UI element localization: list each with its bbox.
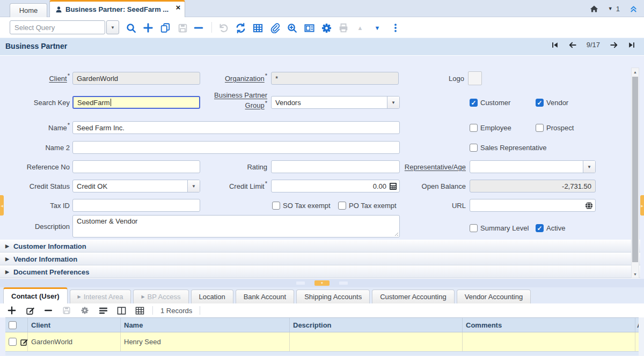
globe-icon[interactable] bbox=[585, 202, 593, 211]
po-tax-checkbox[interactable] bbox=[338, 202, 346, 210]
column-header-description[interactable]: Description bbox=[290, 318, 463, 332]
detail-tab-location[interactable]: Location bbox=[191, 290, 233, 303]
summary-level-checkbox-row[interactable]: Summary Level bbox=[470, 224, 529, 232]
home-icon[interactable] bbox=[590, 5, 598, 13]
select-query-dropdown-button[interactable]: ▼ bbox=[106, 20, 119, 34]
tax-id-field[interactable] bbox=[72, 199, 200, 212]
credit-limit-field[interactable]: 0.00 bbox=[271, 180, 400, 192]
column-header-comments[interactable]: Comments bbox=[463, 318, 635, 332]
employee-checkbox[interactable] bbox=[470, 124, 478, 132]
scroll-down-icon[interactable]: ▼ bbox=[632, 270, 639, 278]
detail-tab-shipping-accounts[interactable]: Shipping Accounts bbox=[296, 290, 370, 303]
delete-row-icon[interactable] bbox=[43, 305, 54, 316]
row-edit-icon[interactable] bbox=[20, 338, 28, 346]
form-vertical-scrollbar[interactable]: ▲ ▼ bbox=[631, 68, 639, 278]
record-info-icon[interactable] bbox=[303, 21, 316, 34]
rating-field[interactable] bbox=[271, 160, 400, 173]
collapse-all-icon[interactable] bbox=[630, 5, 638, 13]
splitter-bar[interactable]: ▼ bbox=[0, 279, 644, 287]
detail-tab-interest-area[interactable]: ▶Interest Area bbox=[70, 290, 131, 303]
detail-tab-customer-accounting[interactable]: Customer Accounting bbox=[372, 290, 455, 303]
name2-field[interactable] bbox=[72, 141, 400, 154]
copy-record-icon[interactable] bbox=[159, 21, 172, 34]
customer-checkbox-label: Customer bbox=[480, 99, 510, 107]
close-icon[interactable]: × bbox=[175, 3, 180, 12]
refresh-icon[interactable] bbox=[234, 21, 247, 34]
toolbar-separator bbox=[211, 22, 212, 33]
credit-status-combobox[interactable]: Credit OK ▼ bbox=[72, 180, 200, 192]
customize-icon[interactable] bbox=[320, 21, 333, 34]
grid-toggle-icon[interactable] bbox=[251, 21, 264, 34]
first-record-icon[interactable] bbox=[551, 41, 559, 49]
logo-image-box[interactable] bbox=[468, 71, 482, 85]
reference-no-field[interactable] bbox=[72, 160, 200, 173]
chevron-down-icon[interactable]: ▼ bbox=[583, 161, 595, 173]
customer-checkbox-row[interactable]: Customer bbox=[470, 98, 510, 107]
url-field[interactable] bbox=[470, 199, 596, 212]
prospect-checkbox-row[interactable]: Prospect bbox=[536, 123, 574, 132]
bp-group-combobox[interactable]: Vendors ▼ bbox=[271, 96, 400, 109]
cell-client: GardenWorld bbox=[28, 332, 121, 351]
splitter-handle[interactable]: ▼ bbox=[314, 280, 330, 286]
representative-combobox[interactable]: ▼ bbox=[470, 160, 596, 173]
po-tax-checkbox-row[interactable]: PO Tax exempt bbox=[338, 201, 397, 210]
quick-form-icon[interactable] bbox=[98, 305, 108, 316]
scrollbar-thumb[interactable] bbox=[632, 77, 638, 262]
new-record-icon[interactable] bbox=[142, 21, 155, 34]
chevron-down-icon[interactable]: ▼ bbox=[387, 97, 399, 108]
chevron-down-icon[interactable]: ▼ bbox=[187, 180, 200, 192]
select-all-checkbox[interactable] bbox=[9, 321, 17, 329]
section-document-preferences[interactable]: ▶ Document Preferences bbox=[0, 265, 640, 278]
summary-level-checkbox[interactable] bbox=[470, 224, 478, 232]
east-panel-toggle[interactable]: ▶ bbox=[640, 195, 644, 216]
column-header-name[interactable]: Name bbox=[121, 318, 290, 332]
detail-tab-bank-account[interactable]: Bank Account bbox=[236, 290, 295, 303]
west-panel-toggle[interactable]: ◀ bbox=[0, 195, 4, 216]
last-record-icon[interactable] bbox=[628, 41, 635, 49]
select-query-input[interactable] bbox=[10, 20, 105, 34]
table-row[interactable]: GardenWorld Henry Seed bbox=[5, 332, 640, 352]
caret-down-icon: ▼ bbox=[608, 6, 613, 11]
previous-record-icon[interactable] bbox=[568, 41, 577, 49]
search-key-field[interactable]: SeedFarm bbox=[72, 96, 200, 109]
vendor-checkbox[interactable] bbox=[536, 99, 544, 107]
new-row-icon[interactable] bbox=[6, 305, 17, 316]
detail-record-icon[interactable]: ▼ bbox=[371, 21, 384, 34]
open-windows-dropdown[interactable]: ▼ 1 bbox=[608, 5, 620, 13]
customer-checkbox[interactable] bbox=[470, 99, 478, 107]
delete-record-icon[interactable] bbox=[192, 21, 205, 34]
tab-home[interactable]: Home bbox=[10, 3, 47, 17]
vendor-checkbox-row[interactable]: Vendor bbox=[536, 98, 568, 107]
edit-row-icon[interactable] bbox=[25, 305, 35, 316]
calculator-icon[interactable] bbox=[389, 182, 397, 192]
column-header-client[interactable]: Client bbox=[28, 318, 121, 332]
active-checkbox[interactable] bbox=[536, 224, 544, 232]
name-field[interactable]: Seed Farm Inc. bbox=[72, 121, 400, 134]
scroll-up-icon[interactable]: ▲ bbox=[632, 68, 639, 76]
tab-business-partner[interactable]: Business Partner: SeedFarm ... × bbox=[49, 0, 185, 17]
customize-grid-icon[interactable] bbox=[79, 305, 90, 316]
sales-rep-checkbox[interactable] bbox=[470, 144, 478, 152]
detail-tab-bp-access[interactable]: ▶BP Access bbox=[133, 290, 188, 303]
grid-view-icon[interactable] bbox=[134, 305, 145, 316]
more-actions-icon[interactable] bbox=[389, 21, 402, 34]
description-textarea[interactable]: Customer & Vendor bbox=[72, 215, 400, 238]
header-select-all-cell bbox=[5, 318, 28, 332]
employee-checkbox-row[interactable]: Employee bbox=[470, 123, 511, 132]
so-tax-checkbox-row[interactable]: SO Tax exempt bbox=[272, 201, 331, 210]
zoom-across-icon[interactable] bbox=[286, 21, 298, 34]
split-view-icon[interactable] bbox=[116, 305, 127, 316]
section-customer-information[interactable]: ▶ Customer Information bbox=[0, 240, 640, 253]
prospect-checkbox[interactable] bbox=[536, 124, 544, 132]
next-record-icon[interactable] bbox=[610, 41, 618, 49]
section-label: Document Preferences bbox=[13, 268, 90, 276]
so-tax-checkbox[interactable] bbox=[272, 202, 280, 210]
sales-rep-checkbox-row[interactable]: Sales Representative bbox=[470, 143, 547, 152]
find-icon[interactable] bbox=[125, 21, 137, 34]
attachment-icon[interactable] bbox=[268, 21, 281, 34]
detail-tab-vendor-accounting[interactable]: Vendor Accounting bbox=[457, 290, 531, 303]
detail-tab-contact-user[interactable]: Contact (User) bbox=[3, 287, 68, 303]
section-vendor-information[interactable]: ▶ Vendor Information bbox=[0, 253, 640, 265]
row-checkbox[interactable] bbox=[9, 338, 17, 346]
active-checkbox-row[interactable]: Active bbox=[536, 224, 565, 232]
